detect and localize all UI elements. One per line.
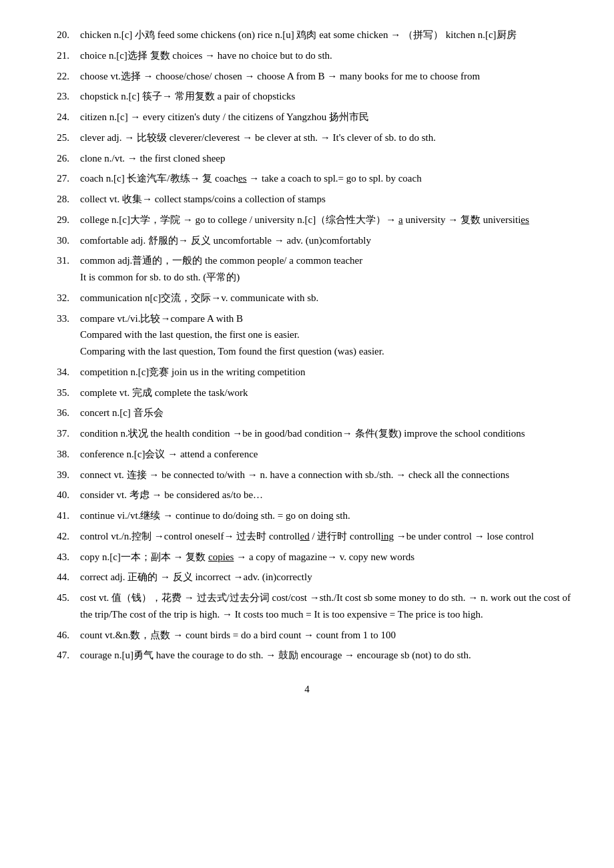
entry-number: 34. bbox=[40, 364, 80, 381]
list-item: 29.college n.[c]大学，学院 → go to college / … bbox=[40, 212, 574, 228]
list-item: 44.correct adj. 正确的 → 反义 incorrect →adv.… bbox=[40, 569, 574, 586]
entry-content: copy n.[c]一本；副本 → 复数 copies → a copy of … bbox=[80, 549, 574, 566]
list-item: 31.common adj.普通的，一般的 the common people/… bbox=[40, 252, 574, 286]
list-item: 21.choice n.[c]选择 复数 choices → have no c… bbox=[40, 47, 574, 64]
list-item: 30.comfortable adj. 舒服的→ 反义 uncomfortabl… bbox=[40, 232, 574, 249]
list-item: 22.choose vt.选择 → choose/chose/ chosen →… bbox=[40, 68, 574, 85]
list-item: 36.concert n.[c] 音乐会 bbox=[40, 405, 574, 421]
entry-number: 47. bbox=[40, 647, 80, 664]
entry-content: choose vt.选择 → choose/chose/ chosen → ch… bbox=[80, 68, 574, 85]
list-item: 42.control vt./n.控制 →control oneself→ 过去… bbox=[40, 528, 574, 545]
entry-number: 46. bbox=[40, 627, 80, 644]
entry-number: 33. bbox=[40, 310, 80, 360]
entry-number: 22. bbox=[40, 68, 80, 85]
entry-number: 42. bbox=[40, 528, 80, 545]
entry-content: chicken n.[c] 小鸡 feed some chickens (on)… bbox=[80, 27, 574, 43]
entry-content: cost vt. 值（钱），花费 → 过去式/过去分词 cost/cost →s… bbox=[80, 590, 574, 623]
list-item: 25.clever adj. → 比较级 cleverer/cleverest … bbox=[40, 130, 574, 146]
list-item: 47.courage n.[u]勇气 have the courage to d… bbox=[40, 647, 574, 664]
entry-content: courage n.[u]勇气 have the courage to do s… bbox=[80, 647, 574, 664]
entry-number: 20. bbox=[40, 27, 80, 43]
entry-number: 23. bbox=[40, 88, 80, 105]
list-item: 33.compare vt./vi.比较→compare A with BCom… bbox=[40, 310, 574, 360]
list-item: 40.consider vt. 考虑 → be considered as/to… bbox=[40, 487, 574, 503]
list-item: 35.complete vt. 完成 complete the task/wor… bbox=[40, 385, 574, 401]
entry-number: 21. bbox=[40, 47, 80, 64]
list-item: 39.connect vt. 连接 → be connected to/with… bbox=[40, 467, 574, 483]
entry-number: 30. bbox=[40, 232, 80, 249]
main-content: 20.chicken n.[c] 小鸡 feed some chickens (… bbox=[40, 27, 574, 664]
entry-number: 24. bbox=[40, 109, 80, 126]
list-item: 41.continue vi./vt.继续 → continue to do/d… bbox=[40, 507, 574, 524]
entry-number: 35. bbox=[40, 385, 80, 401]
entry-number: 45. bbox=[40, 590, 80, 623]
entry-content: concert n.[c] 音乐会 bbox=[80, 405, 574, 421]
page-number: 4 bbox=[40, 684, 574, 695]
entry-content: correct adj. 正确的 → 反义 incorrect →adv. (i… bbox=[80, 569, 574, 586]
entry-content: chopstick n.[c] 筷子→ 常用复数 a pair of chops… bbox=[80, 88, 574, 105]
entry-content: collect vt. 收集→ collect stamps/coins a c… bbox=[80, 191, 574, 208]
entry-number: 36. bbox=[40, 405, 80, 421]
entry-number: 43. bbox=[40, 549, 80, 566]
entry-number: 28. bbox=[40, 191, 80, 208]
entry-content: count vt.&n.数，点数 → count birds = do a bi… bbox=[80, 627, 574, 644]
entry-content: consider vt. 考虑 → be considered as/to be… bbox=[80, 487, 574, 503]
entry-content: competition n.[c]竞赛 join us in the writi… bbox=[80, 364, 574, 381]
list-item: 28.collect vt. 收集→ collect stamps/coins … bbox=[40, 191, 574, 208]
list-item: 24.citizen n.[c] → every citizen's duty … bbox=[40, 109, 574, 126]
entry-number: 38. bbox=[40, 446, 80, 463]
list-item: 46.count vt.&n.数，点数 → count birds = do a… bbox=[40, 627, 574, 644]
list-item: 38.conference n.[c]会议 → attend a confere… bbox=[40, 446, 574, 463]
entry-number: 40. bbox=[40, 487, 80, 503]
entry-content: continue vi./vt.继续 → continue to do/doin… bbox=[80, 507, 574, 524]
entry-number: 25. bbox=[40, 130, 80, 146]
entry-number: 32. bbox=[40, 290, 80, 306]
entry-content: complete vt. 完成 complete the task/work bbox=[80, 385, 574, 401]
entry-content: coach n.[c] 长途汽车/教练→ 复 coaches → take a … bbox=[80, 170, 574, 187]
entry-content: connect vt. 连接 → be connected to/with → … bbox=[80, 467, 574, 483]
list-item: 45.cost vt. 值（钱），花费 → 过去式/过去分词 cost/cost… bbox=[40, 590, 574, 623]
entry-content: clone n./vt. → the first cloned sheep bbox=[80, 150, 574, 167]
list-item: 34.competition n.[c]竞赛 join us in the wr… bbox=[40, 364, 574, 381]
entry-content: college n.[c]大学，学院 → go to college / uni… bbox=[80, 212, 574, 228]
entry-number: 44. bbox=[40, 569, 80, 586]
entry-content: citizen n.[c] → every citizen's duty / t… bbox=[80, 109, 574, 126]
entry-number: 31. bbox=[40, 252, 80, 286]
list-item: 32.communication n[c]交流，交际→v. communicat… bbox=[40, 290, 574, 306]
entry-content: comfortable adj. 舒服的→ 反义 uncomfortable →… bbox=[80, 232, 574, 249]
list-item: 27.coach n.[c] 长途汽车/教练→ 复 coaches → take… bbox=[40, 170, 574, 187]
entry-number: 41. bbox=[40, 507, 80, 524]
entry-number: 26. bbox=[40, 150, 80, 167]
entry-content: control vt./n.控制 →control oneself→ 过去时 c… bbox=[80, 528, 574, 545]
entry-number: 37. bbox=[40, 425, 80, 442]
list-item: 23.chopstick n.[c] 筷子→ 常用复数 a pair of ch… bbox=[40, 88, 574, 105]
entry-content: clever adj. → 比较级 cleverer/cleverest → b… bbox=[80, 130, 574, 146]
entry-number: 27. bbox=[40, 170, 80, 187]
entry-content: condition n.状况 the health condition →be … bbox=[80, 425, 574, 442]
entry-number: 39. bbox=[40, 467, 80, 483]
entry-content: conference n.[c]会议 → attend a conference bbox=[80, 446, 574, 463]
entry-content: communication n[c]交流，交际→v. communicate w… bbox=[80, 290, 574, 306]
list-item: 20.chicken n.[c] 小鸡 feed some chickens (… bbox=[40, 27, 574, 43]
entry-content: common adj.普通的，一般的 the common people/ a … bbox=[80, 252, 574, 286]
list-item: 43.copy n.[c]一本；副本 → 复数 copies → a copy … bbox=[40, 549, 574, 566]
entry-number: 29. bbox=[40, 212, 80, 228]
list-item: 37.condition n.状况 the health condition →… bbox=[40, 425, 574, 442]
entry-content: compare vt./vi.比较→compare A with BCompar… bbox=[80, 310, 574, 360]
list-item: 26.clone n./vt. → the first cloned sheep bbox=[40, 150, 574, 167]
entry-content: choice n.[c]选择 复数 choices → have no choi… bbox=[80, 47, 574, 64]
